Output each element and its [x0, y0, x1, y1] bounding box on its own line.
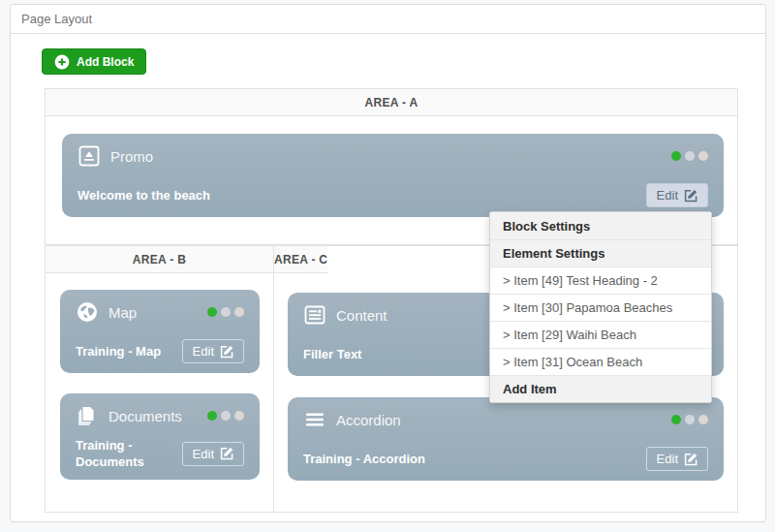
- content-icon: [303, 303, 326, 327]
- block-card-documents[interactable]: Documents Training - Documents Edit: [60, 393, 260, 480]
- block-card-promo[interactable]: Promo Welcome to the beach Edit: [62, 134, 724, 217]
- edit-label: Edit: [657, 188, 678, 203]
- edit-icon: [684, 453, 698, 466]
- image-icon: [78, 144, 101, 168]
- card-top-row: Promo: [78, 144, 708, 168]
- block-subtitle: Filler Text: [303, 346, 361, 362]
- status-dot: [221, 307, 231, 317]
- menu-item-element-49[interactable]: > Item [49] Test Heading - 2: [490, 266, 711, 294]
- menu-item-element-31[interactable]: > Item [31] Ocean Beach: [490, 348, 711, 375]
- status-dot: [698, 415, 708, 424]
- edit-button[interactable]: Edit: [646, 447, 708, 471]
- edit-dropdown-menu: Block Settings Element Settings > Item […: [489, 211, 712, 403]
- panel-header: Page Layout: [11, 5, 765, 34]
- edit-button[interactable]: Edit: [182, 339, 244, 363]
- area-b-label: AREA - B: [133, 253, 186, 266]
- block-card-accordion[interactable]: Accordion Training - Accordion Edit: [288, 397, 724, 481]
- card-bottom-row: Welcome to the beach Edit: [78, 183, 708, 207]
- block-subtitle: Training - Documents: [76, 437, 180, 470]
- area-a-label: AREA - A: [365, 96, 418, 110]
- edit-icon: [220, 447, 233, 460]
- card-bottom-row: Training - Accordion Edit: [303, 447, 708, 471]
- block-card-map[interactable]: Map Training - Map Edit: [60, 290, 260, 373]
- status-dot: [234, 411, 244, 421]
- menu-item-block-settings[interactable]: Block Settings: [490, 212, 711, 239]
- status-dot: [234, 307, 244, 317]
- area-a-body: Promo Welcome to the beach Edit: [46, 116, 737, 217]
- block-type-label: Content: [336, 307, 388, 324]
- card-top-row: Map: [76, 300, 244, 324]
- status-dot-active: [207, 307, 217, 317]
- edit-button[interactable]: Edit: [646, 183, 708, 207]
- block-type-label: Accordion: [336, 412, 401, 428]
- status-dots: [207, 307, 244, 317]
- edit-label: Edit: [193, 447, 214, 461]
- status-dot-active: [671, 415, 681, 424]
- status-dots: [671, 415, 708, 424]
- block-type-label: Promo: [110, 148, 153, 165]
- menu-item-add-item[interactable]: Add Item: [490, 375, 711, 402]
- menu-item-element-30[interactable]: > Item [30] Papamoa Beaches: [490, 294, 711, 321]
- edit-label: Edit: [657, 452, 678, 466]
- status-dot-active: [207, 411, 217, 421]
- add-block-label: Add Block: [77, 55, 134, 69]
- edit-icon: [684, 189, 698, 203]
- plus-circle-icon: [54, 54, 70, 70]
- card-top-row: Documents: [76, 404, 244, 427]
- page-title: Page Layout: [21, 12, 92, 26]
- block-type-label: Documents: [108, 408, 182, 424]
- menu-item-element-29[interactable]: > Item [29] Waihi Beach: [490, 321, 711, 348]
- block-subtitle: Training - Accordion: [303, 451, 425, 467]
- status-dot: [685, 151, 695, 161]
- status-dot-active: [671, 151, 681, 161]
- block-subtitle: Training - Map: [76, 343, 161, 360]
- card-bottom-row: Training - Documents Edit: [76, 437, 244, 470]
- block-type-label: Map: [108, 304, 137, 321]
- area-c-header: AREA - C: [274, 246, 327, 273]
- globe-icon: [76, 300, 99, 324]
- status-dot: [221, 411, 231, 421]
- edit-button[interactable]: Edit: [182, 442, 244, 466]
- edit-label: Edit: [193, 344, 214, 359]
- area-a-header: AREA - A: [46, 89, 737, 116]
- menu-item-element-settings[interactable]: Element Settings: [490, 239, 711, 266]
- edit-icon: [220, 345, 233, 359]
- status-dot: [698, 151, 708, 161]
- area-b-column: Map Training - Map Edit: [46, 273, 274, 512]
- area-c-label: AREA - C: [274, 253, 327, 266]
- block-subtitle: Welcome to the beach: [78, 187, 210, 203]
- card-bottom-row: Training - Map Edit: [76, 339, 244, 363]
- documents-icon: [76, 404, 99, 427]
- card-top-row: Accordion: [303, 408, 708, 431]
- add-block-button[interactable]: Add Block: [42, 48, 146, 75]
- status-dots: [207, 411, 244, 421]
- accordion-icon: [303, 408, 326, 431]
- status-dots: [671, 151, 708, 161]
- area-b-header: AREA - B: [46, 246, 274, 273]
- status-dot: [685, 415, 695, 424]
